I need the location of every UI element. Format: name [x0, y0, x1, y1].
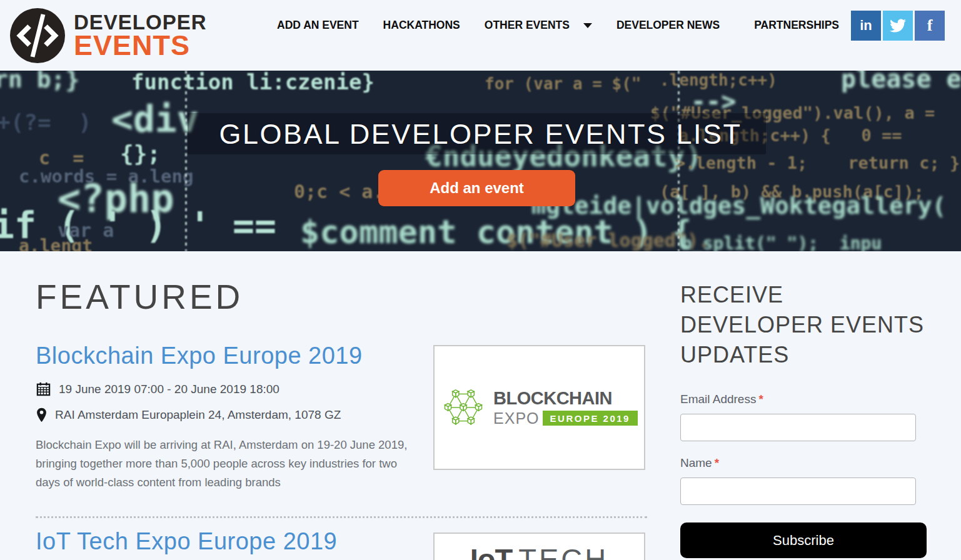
blockchain-badge: EUROPE 2019 — [543, 411, 638, 426]
code-snippet: >.length - 1; return c; } fu — [675, 153, 961, 172]
required-asterisk: * — [715, 456, 719, 469]
hero-title: GLOBAL DEVELOPER EVENTS LIST — [0, 118, 961, 151]
code-snippet: rn b;} — [0, 71, 79, 93]
required-asterisk: * — [758, 392, 763, 406]
code-snippet: for (var a = $(" — [485, 74, 641, 93]
hero-banner: rn b;}function li:czenie}for (var a = $(… — [0, 71, 961, 251]
nav-label: DEVELOPER NEWS — [616, 19, 720, 32]
social-links: in f — [851, 11, 945, 41]
code-snippet: function li:czenie} — [131, 71, 375, 94]
nav-label: PARTNERSHIPS — [754, 19, 839, 32]
nav-label: HACKATHONS — [383, 19, 460, 32]
code-snippet: if ( ' ) ' == — [0, 204, 276, 247]
nav-developer-news[interactable]: DEVELOPER NEWS — [616, 19, 720, 32]
featured-heading: FEATURED — [36, 277, 243, 317]
code-snippet: (a[ ], b) && b.push(a[c]); — [660, 182, 924, 201]
event-location-row: RAI Amsterdam Europaplein 24, Amsterdam,… — [36, 408, 341, 422]
nav-label: ADD AN EVENT — [277, 19, 359, 32]
code-snippet: a.lengt — [19, 236, 93, 251]
chevron-down-icon — [583, 23, 592, 28]
blockchain-sub: EXPO — [493, 409, 539, 428]
site-header: DEVELOPER EVENTS ADD AN EVENT HACKATHONS… — [0, 0, 961, 71]
event-title-blockchain-expo[interactable]: Blockchain Expo Europe 2019 — [36, 342, 363, 369]
newsletter-heading: RECEIVE DEVELOPER EVENTS UPDATES — [680, 280, 927, 370]
nav-other-events[interactable]: OTHER EVENTS — [485, 19, 592, 32]
cube-network-icon — [441, 384, 486, 431]
logo-line2: EVENTS — [74, 31, 207, 59]
logo-wordmark: DEVELOPER EVENTS — [74, 12, 207, 59]
blockchain-brand: BLOCKCHAIN — [493, 388, 638, 409]
hero-dotted-line — [678, 71, 680, 251]
code-snippet: $comment content ) { — [300, 213, 692, 251]
event-date: 19 June 2019 07:00 - 20 June 2019 18:00 — [59, 382, 279, 396]
iot-sub: TECH — [518, 542, 608, 560]
nav-label: OTHER EVENTS — [485, 19, 570, 32]
event-location: RAI Amsterdam Europaplein 24, Amsterdam,… — [55, 408, 341, 422]
name-field[interactable] — [680, 478, 916, 505]
event-image-iot-tech-expo[interactable]: IoT TECH — [433, 532, 645, 560]
hero-dotted-line — [185, 71, 187, 251]
blockchain-expo-wordmark: BLOCKCHAIN EXPO EUROPE 2019 — [493, 388, 638, 428]
name-label-text: Name — [680, 456, 712, 469]
code-snippet: b_split(" "); inpu — [682, 233, 882, 251]
calendar-icon — [36, 382, 51, 396]
code-snippet: <?php — [58, 176, 174, 221]
event-title-iot-tech-expo[interactable]: IoT Tech Expo Europe 2019 — [36, 528, 337, 555]
site-logo[interactable]: DEVELOPER EVENTS — [10, 8, 207, 63]
code-snippet: mgleide|voldges_Woktegallery( — [531, 192, 946, 219]
code-snippet: c.words = a.leng — [19, 166, 193, 187]
event-description: Blockchain Expo will be arriving at RAI,… — [36, 436, 411, 492]
nav-add-an-event[interactable]: ADD AN EVENT — [277, 19, 359, 32]
event-image-blockchain-expo[interactable]: BLOCKCHAIN EXPO EUROPE 2019 — [433, 345, 645, 470]
add-event-button[interactable]: Add an event — [378, 170, 575, 206]
code-snippet: please e — [841, 71, 961, 93]
iot-brand: IoT — [470, 542, 512, 560]
email-label-text: Email Address — [680, 392, 756, 406]
event-date-row: 19 June 2019 07:00 - 20 June 2019 18:00 — [36, 382, 279, 396]
blockchain-expo-logo: BLOCKCHAIN EXPO EUROPE 2019 — [441, 384, 638, 431]
newsletter-sidebar: RECEIVE DEVELOPER EVENTS UPDATES Email A… — [680, 280, 927, 558]
linkedin-icon[interactable]: in — [851, 11, 881, 41]
dotted-divider — [36, 516, 647, 518]
code-icon — [10, 8, 65, 63]
iot-tech-logo: IoT TECH — [470, 542, 608, 560]
nav-partnerships[interactable]: PARTNERSHIPS — [754, 19, 839, 32]
code-snippet: var a — [58, 219, 114, 241]
email-label: Email Address* — [680, 392, 927, 406]
email-field[interactable] — [680, 414, 916, 441]
main-content: FEATURED Blockchain Expo Europe 2019 19 … — [0, 251, 961, 560]
code-snippet: --> — [691, 87, 736, 116]
facebook-icon[interactable]: f — [915, 11, 945, 41]
name-label: Name* — [680, 456, 927, 470]
twitter-icon[interactable] — [883, 11, 913, 41]
subscribe-button[interactable]: Subscribe — [680, 522, 927, 558]
nav-hackathons[interactable]: HACKATHONS — [383, 19, 460, 32]
location-pin-icon — [36, 408, 47, 422]
main-nav: ADD AN EVENT HACKATHONS OTHER EVENTS DEV… — [277, 19, 839, 32]
